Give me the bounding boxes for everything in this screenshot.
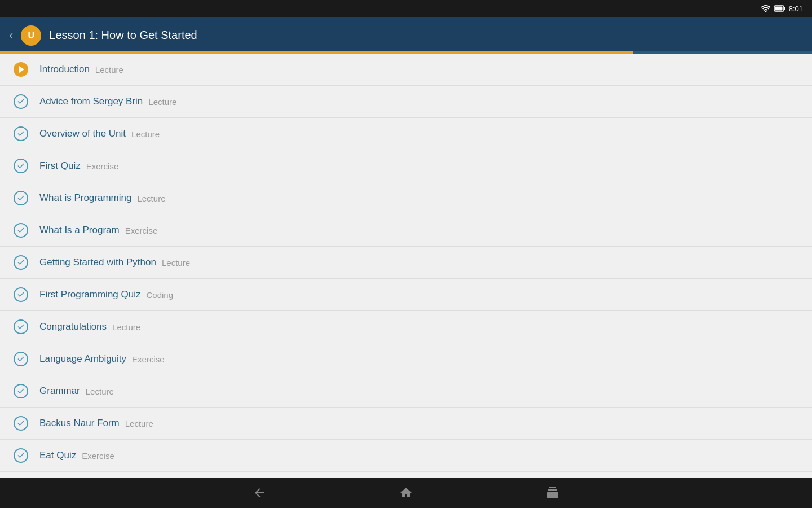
check-icon xyxy=(14,448,28,463)
lesson-name: Introduction xyxy=(39,64,90,75)
lesson-name: Language Ambiguity xyxy=(39,353,126,365)
check-icon xyxy=(14,223,28,238)
header: ‹ U Lesson 1: How to Get Started xyxy=(0,17,812,54)
svg-rect-1 xyxy=(784,7,785,10)
wifi-icon xyxy=(761,5,771,12)
lesson-name: Grammar xyxy=(39,386,80,397)
check-icon xyxy=(14,319,28,334)
check-icon xyxy=(14,287,28,302)
bottom-nav xyxy=(0,478,812,508)
status-time: 8:01 xyxy=(789,5,803,13)
check-icon xyxy=(14,352,28,366)
lesson-type: Coding xyxy=(146,290,173,300)
lesson-item[interactable]: First QuizExercise xyxy=(0,150,812,182)
status-bar: 8:01 xyxy=(0,0,812,17)
lesson-item[interactable]: Overview of the UnitLecture xyxy=(0,118,812,150)
lesson-type: Lecture xyxy=(86,387,114,396)
lesson-list: IntroductionLecture Advice from Sergey B… xyxy=(0,54,812,478)
lesson-item[interactable]: What Is a ProgramExercise xyxy=(0,214,812,247)
progress-bar-container xyxy=(0,51,812,54)
check-icon xyxy=(14,94,28,109)
lesson-type: Lecture xyxy=(162,258,190,268)
lesson-item[interactable]: Backus Naur FormLecture xyxy=(0,408,812,440)
lesson-type: Lecture xyxy=(131,129,160,139)
check-icon xyxy=(14,384,28,398)
lesson-name: Backus Naur Form xyxy=(39,418,120,429)
lesson-item[interactable]: IntroductionLecture xyxy=(0,54,812,86)
lesson-item[interactable]: Getting Started with PythonLecture xyxy=(0,247,812,279)
lesson-name: Overview of the Unit xyxy=(39,128,126,139)
progress-bar-fill xyxy=(0,51,633,54)
nav-recent-button[interactable] xyxy=(541,481,564,504)
lesson-type: Lecture xyxy=(95,65,123,75)
playing-icon xyxy=(14,62,28,77)
lesson-type: Lecture xyxy=(125,419,153,428)
lesson-type: Lecture xyxy=(112,322,140,332)
lesson-type: Exercise xyxy=(86,161,119,171)
lesson-name: First Quiz xyxy=(39,160,81,172)
header-title: Lesson 1: How to Get Started xyxy=(49,29,197,42)
lesson-item[interactable]: Language AmbiguityExercise xyxy=(0,343,812,375)
lesson-name: Eat Quiz xyxy=(39,450,76,461)
lesson-item[interactable]: CongratulationsLecture xyxy=(0,311,812,343)
lesson-name: What is Programming xyxy=(39,192,131,204)
check-icon xyxy=(14,191,28,205)
lesson-name: Advice from Sergey Brin xyxy=(39,96,143,107)
lesson-item[interactable]: First Programming QuizCoding xyxy=(0,279,812,311)
check-icon xyxy=(14,416,28,431)
lesson-type: Lecture xyxy=(148,97,176,107)
battery-icon xyxy=(774,5,785,12)
check-icon xyxy=(14,159,28,173)
lesson-name: First Programming Quiz xyxy=(39,289,140,300)
nav-back-button[interactable] xyxy=(248,481,271,504)
svg-rect-2 xyxy=(775,7,782,11)
nav-home-icon xyxy=(399,486,413,500)
lesson-type: Exercise xyxy=(132,354,165,364)
lesson-name: What Is a Program xyxy=(39,225,120,236)
check-icon xyxy=(14,255,28,270)
nav-home-button[interactable] xyxy=(395,481,417,504)
lesson-item[interactable]: Advice from Sergey BrinLecture xyxy=(0,86,812,118)
app-logo: U xyxy=(21,25,41,46)
lesson-item[interactable]: Eat QuizExercise xyxy=(0,440,812,472)
nav-recent-icon xyxy=(546,486,559,500)
check-icon xyxy=(14,126,28,141)
lesson-name: Getting Started with Python xyxy=(39,257,156,268)
nav-back-icon xyxy=(253,486,266,500)
lesson-type: Lecture xyxy=(137,194,165,203)
status-icons: 8:01 xyxy=(761,5,803,13)
lesson-item[interactable]: GrammarLecture xyxy=(0,375,812,408)
lesson-item[interactable]: What is ProgrammingLecture xyxy=(0,182,812,214)
lesson-type: Exercise xyxy=(82,451,114,461)
lesson-name: Congratulations xyxy=(39,321,107,332)
lesson-type: Exercise xyxy=(125,226,158,235)
back-button[interactable]: ‹ xyxy=(9,28,13,43)
